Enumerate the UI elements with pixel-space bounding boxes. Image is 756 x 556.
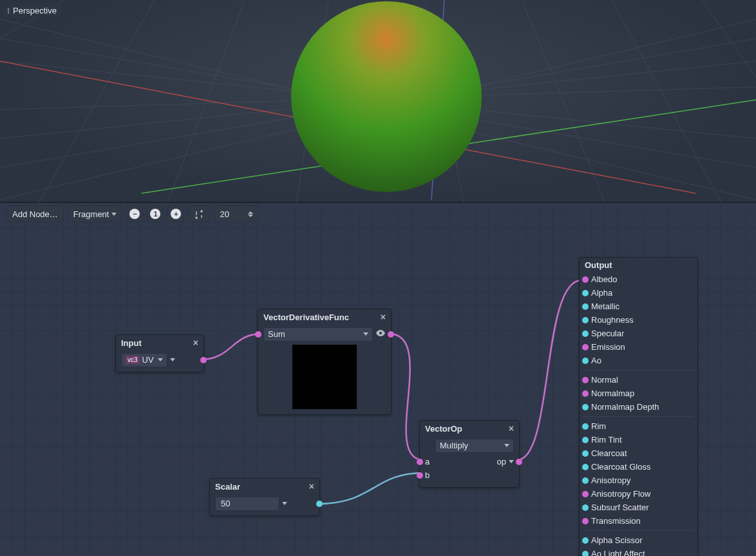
snap-toggle-button[interactable] [188, 206, 210, 222]
input-port-rim-tint[interactable] [582, 437, 589, 443]
input-port-normalmap[interactable] [582, 390, 589, 397]
input-port[interactable] [255, 331, 261, 338]
close-icon[interactable]: × [381, 312, 386, 322]
zoom-in-button[interactable]: + [167, 206, 184, 222]
close-icon[interactable]: × [309, 481, 314, 492]
input-port-a[interactable] [417, 459, 423, 465]
chevron-down-icon [158, 358, 163, 361]
node-header[interactable]: Input × [116, 335, 203, 350]
input-port-clearcoat[interactable] [582, 450, 589, 457]
grid-size-spinner[interactable]: 20 [214, 206, 259, 222]
vector-op-dropdown[interactable]: Multiply [435, 439, 514, 453]
node-preview [292, 345, 357, 409]
output-port-list: Albedo Alpha Metallic Roughness Specular… [580, 273, 697, 556]
plus-icon: + [171, 209, 181, 219]
node-vector-op[interactable]: VectorOp × Multiply a op b [419, 420, 520, 488]
derivative-op-dropdown[interactable]: Sum [263, 327, 373, 341]
output-port[interactable] [316, 501, 323, 507]
graph-toolbar: Add Node… Fragment − 1 + 20 [6, 206, 259, 222]
input-port-ao-light-affect[interactable] [582, 551, 589, 557]
snap-icon [194, 209, 204, 219]
output-port[interactable] [516, 459, 522, 465]
expand-icon[interactable] [509, 460, 514, 463]
input-port-normalmap-depth[interactable] [582, 404, 589, 410]
zoom-out-button[interactable]: − [126, 206, 143, 222]
expand-icon[interactable] [170, 358, 175, 361]
input-port-anisotropy[interactable] [582, 477, 589, 484]
input-port-emission[interactable] [582, 344, 589, 350]
viewport-mode-button[interactable]: Perspective [4, 4, 62, 17]
input-port-alpha[interactable] [582, 290, 589, 296]
output-port[interactable] [200, 357, 207, 363]
input-port-rim[interactable] [582, 423, 589, 430]
input-port-albedo[interactable] [582, 276, 589, 283]
node-input[interactable]: Input × vc3 UV [115, 334, 204, 372]
node-header[interactable]: VectorDerivativeFunc × [258, 309, 391, 325]
svg-line-13 [612, 0, 721, 203]
node-header[interactable]: VectorOp × [420, 421, 519, 436]
node-header[interactable]: Scalar × [210, 479, 319, 494]
chevron-down-icon [504, 444, 509, 447]
input-port-roughness[interactable] [582, 317, 589, 323]
output-port[interactable] [388, 331, 394, 338]
input-port-clearcoat-gloss[interactable] [582, 464, 589, 470]
node-header[interactable]: Output [580, 258, 697, 273]
viewport-mode-label: Perspective [13, 6, 57, 15]
svg-line-12 [522, 0, 605, 203]
input-port-metallic[interactable] [582, 303, 589, 310]
chevron-down-icon [111, 213, 117, 216]
input-port-alpha-scissor[interactable] [582, 537, 589, 544]
svg-line-9 [167, 0, 245, 203]
input-uv-dropdown[interactable]: vc3 UV [121, 353, 167, 367]
shader-stage-dropdown[interactable]: Fragment [68, 206, 123, 222]
svg-point-18 [291, 1, 482, 192]
close-icon[interactable]: × [193, 338, 198, 348]
scalar-value-input[interactable]: 50 [215, 497, 279, 511]
add-node-button[interactable]: Add Node… [6, 206, 64, 222]
eye-icon[interactable] [375, 328, 386, 340]
shader-graph-area[interactable]: Add Node… Fragment − 1 + 20 [0, 203, 756, 556]
chevron-down-icon [363, 332, 368, 336]
spin-arrows-icon [248, 211, 253, 217]
node-vector-derivative-func[interactable]: VectorDerivativeFunc × Sum [258, 309, 392, 415]
minus-icon: − [129, 209, 140, 219]
input-port-ao[interactable] [582, 358, 589, 364]
input-port-transmission[interactable] [582, 518, 589, 524]
zoom-reset-button[interactable]: 1 [147, 206, 164, 222]
close-icon[interactable]: × [509, 423, 514, 434]
drag-handle-icon [6, 7, 10, 15]
one-icon: 1 [150, 209, 160, 219]
input-port-b[interactable] [417, 472, 423, 479]
expand-icon[interactable] [282, 502, 287, 505]
svg-line-8 [39, 0, 155, 203]
input-port-normal[interactable] [582, 377, 589, 383]
node-scalar[interactable]: Scalar × 50 [209, 478, 320, 516]
input-port-anisotropy-flow[interactable] [582, 491, 589, 497]
input-port-subsurf-scatter[interactable] [582, 504, 589, 511]
node-output[interactable]: Output Albedo Alpha Metallic Roughness S… [579, 257, 698, 556]
input-port-specular[interactable] [582, 331, 589, 337]
viewport-3d[interactable]: Perspective [0, 0, 756, 203]
